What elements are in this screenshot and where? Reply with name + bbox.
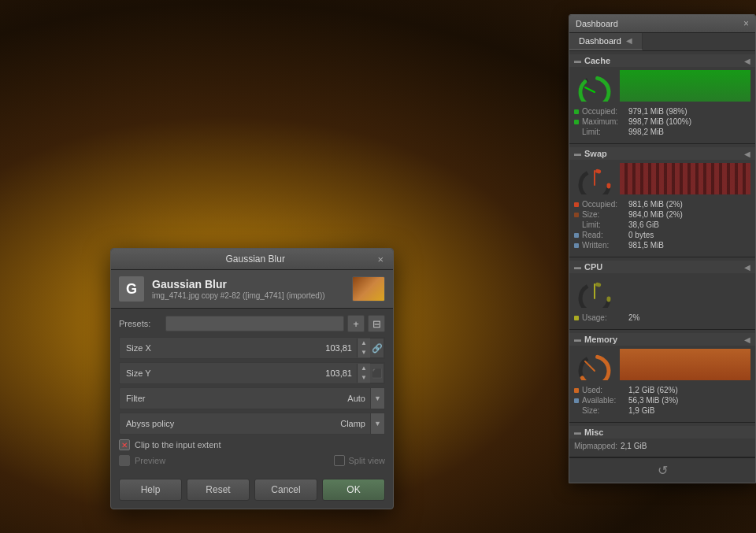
- cpu-usage-dot: [574, 316, 579, 320]
- size-x-row: Size X 103,81 ▲ ▼ 🔗: [119, 337, 385, 359]
- dialog-header-text: Gaussian Blur img_4741.jpg copy #2-82 ([…: [152, 278, 344, 300]
- abyss-policy-value: Clamp: [335, 415, 370, 432]
- size-link-button[interactable]: 🔗: [370, 338, 384, 358]
- dialog-header-subtitle: img_4741.jpg copy #2-82 ([img_4741] (imp…: [152, 291, 344, 300]
- swap-limit-dot: [574, 223, 579, 228]
- presets-manage-button[interactable]: ⊟: [368, 315, 385, 332]
- swap-written-value: 981,5 MiB: [628, 241, 664, 250]
- filter-row: Filter Auto ▼: [119, 387, 385, 409]
- cpu-expand-icon: ◀: [744, 263, 750, 272]
- size-x-spinner[interactable]: ▲ ▼: [357, 339, 370, 357]
- swap-size-row: Size: 984,0 MiB (2%): [574, 209, 750, 220]
- cache-gauge-area: [569, 67, 755, 105]
- cache-maximum-row: Maximum: 998,7 MiB (100%): [574, 117, 750, 127]
- mipmapped-value: 2,1 GiB: [621, 442, 647, 450]
- panel-close-button[interactable]: ×: [743, 19, 749, 28]
- cache-section-header[interactable]: ▬ Cache ◀: [569, 54, 755, 67]
- panel-footer: ↺: [569, 457, 755, 483]
- dashboard-panel: Dashboard × Dashboard ◀ ▬ Cache ◀: [569, 14, 756, 483]
- size-y-up[interactable]: ▲: [358, 364, 370, 373]
- cache-occupied-value: 979,1 MiB (98%): [628, 107, 687, 116]
- cache-toggle-icon: ▬: [574, 57, 581, 65]
- misc-section-header[interactable]: ▬ Misc: [569, 426, 755, 439]
- dialog-titlebar: Gaussian Blur ×: [111, 249, 393, 270]
- split-view-area: Split view: [334, 455, 385, 466]
- cpu-section-title: CPU: [584, 262, 744, 272]
- size-x-value[interactable]: 103,81: [313, 339, 357, 357]
- abyss-policy-label: Abyss policy: [120, 415, 335, 432]
- swap-occupied-value: 981,6 MiB (2%): [628, 200, 683, 209]
- clip-checkbox[interactable]: ✕: [119, 439, 130, 450]
- swap-occupied-row: Occupied: 981,6 MiB (2%): [574, 199, 750, 209]
- ok-button[interactable]: OK: [322, 479, 385, 501]
- swap-written-label: Written:: [582, 241, 625, 250]
- size-y-label: Size Y: [120, 365, 313, 382]
- size-y-down[interactable]: ▼: [358, 373, 370, 383]
- misc-toggle-icon: ▬: [574, 428, 581, 436]
- memory-available-dot: [574, 398, 579, 403]
- size-x-down[interactable]: ▼: [358, 348, 370, 357]
- memory-used-dot: [574, 388, 579, 393]
- memory-available-value: 56,3 MiB (3%): [628, 396, 678, 405]
- memory-gauge: [574, 349, 615, 380]
- presets-label: Presets:: [119, 319, 162, 328]
- size-y-link-button[interactable]: ⬛: [370, 363, 384, 383]
- size-x-up[interactable]: ▲: [358, 339, 370, 348]
- dialog-header: G Gaussian Blur img_4741.jpg copy #2-82 …: [111, 270, 393, 309]
- cache-maximum-value: 998,7 MiB (100%): [628, 117, 691, 126]
- svg-line-11: [585, 361, 595, 371]
- swap-read-row: Read: 0 bytes: [574, 230, 750, 240]
- abyss-policy-dropdown-button[interactable]: ▼: [370, 413, 384, 434]
- dialog-buttons: Help Reset Cancel OK: [111, 479, 393, 509]
- cpu-usage-row: Usage: 2%: [574, 313, 750, 323]
- swap-read-value: 0 bytes: [628, 231, 654, 239]
- dialog-body: Presets: + ⊟ Size X 103,81 ▲ ▼ 🔗 Size Y …: [111, 309, 393, 479]
- cache-chart: [620, 70, 750, 102]
- cache-gauge: [574, 70, 615, 102]
- abyss-policy-row: Abyss policy Clamp ▼: [119, 413, 385, 435]
- clip-checkbox-row: ✕ Clip to the input extent: [119, 438, 385, 452]
- filter-dropdown-button[interactable]: ▼: [370, 388, 384, 409]
- refresh-button[interactable]: ↺: [658, 463, 668, 478]
- memory-stats: Used: 1,2 GiB (62%) Available: 56,3 MiB …: [569, 383, 755, 419]
- cpu-gauge: [574, 276, 615, 308]
- cancel-button[interactable]: Cancel: [254, 479, 317, 501]
- cpu-section: ▬ CPU ◀: [569, 257, 755, 330]
- dashboard-tab[interactable]: Dashboard ◀: [569, 33, 643, 50]
- gaussian-icon: G: [119, 276, 144, 302]
- cache-section-title: Cache: [584, 56, 744, 65]
- swap-written-dot: [574, 243, 579, 248]
- help-button[interactable]: Help: [119, 479, 182, 501]
- dialog-close-button[interactable]: ×: [376, 254, 385, 265]
- presets-select[interactable]: [165, 316, 344, 331]
- memory-section: ▬ Memory ◀ Used: 1,2 GiB (62%) Available…: [569, 330, 755, 423]
- cache-maximum-label: Maximum:: [582, 117, 625, 126]
- memory-used-value: 1,2 GiB (62%): [628, 386, 678, 394]
- cache-limit-row: Limit: 998,2 MiB: [574, 127, 750, 137]
- image-thumbnail: [352, 276, 385, 302]
- cache-section: ▬ Cache ◀ Occupied: 979,1 MiB (98%) Maxi…: [569, 51, 755, 144]
- reset-button[interactable]: Reset: [187, 479, 250, 501]
- size-y-spinner[interactable]: ▲ ▼: [357, 364, 370, 383]
- presets-add-button[interactable]: +: [347, 315, 365, 332]
- memory-chart: [620, 349, 750, 380]
- size-y-value[interactable]: 103,81: [313, 365, 357, 382]
- cache-limit-label: Limit:: [582, 128, 625, 136]
- swap-section-header[interactable]: ▬ Swap ◀: [569, 147, 755, 160]
- memory-section-header[interactable]: ▬ Memory ◀: [569, 333, 755, 346]
- svg-point-1: [580, 78, 609, 102]
- memory-used-label: Used:: [582, 386, 625, 394]
- filter-label: Filter: [120, 390, 343, 407]
- size-x-label: Size X: [120, 339, 313, 357]
- dialog-title: Gaussian Blur: [135, 254, 376, 265]
- panel-tab-bar: Dashboard ◀: [569, 33, 755, 51]
- memory-used-row: Used: 1,2 GiB (62%): [574, 385, 750, 395]
- memory-available-row: Available: 56,3 MiB (3%): [574, 395, 750, 405]
- preview-checkbox[interactable]: [119, 455, 130, 466]
- svg-line-2: [585, 87, 595, 92]
- gaussian-blur-dialog: Gaussian Blur × G Gaussian Blur img_4741…: [110, 248, 394, 509]
- cpu-toggle-icon: ▬: [574, 263, 581, 271]
- cpu-section-header[interactable]: ▬ CPU ◀: [569, 261, 755, 273]
- memory-toggle-icon: ▬: [574, 335, 581, 343]
- split-view-checkbox[interactable]: [334, 455, 345, 466]
